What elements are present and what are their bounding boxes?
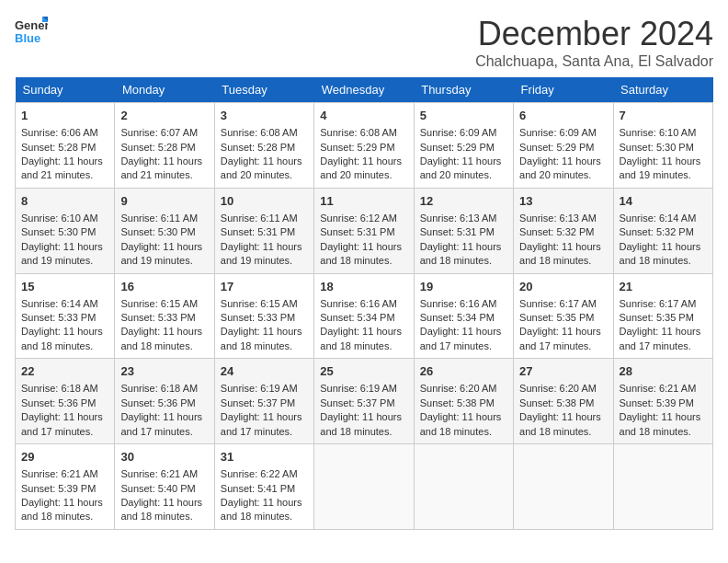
day-cell-24: 24Sunrise: 6:19 AMSunset: 5:37 PMDayligh… xyxy=(214,359,313,444)
day-number: 14 xyxy=(620,193,707,210)
sunrise-label: Sunrise: 6:14 AM xyxy=(21,298,98,309)
daylight-label: Daylight: 11 hours and 18 minutes. xyxy=(221,497,302,522)
day-cell-2: 2Sunrise: 6:07 AMSunset: 5:28 PMDaylight… xyxy=(115,103,214,189)
daylight-label: Daylight: 11 hours and 21 minutes. xyxy=(21,155,103,180)
sunrise-label: Sunrise: 6:09 AM xyxy=(420,127,497,138)
day-number: 7 xyxy=(620,108,707,124)
sunrise-label: Sunrise: 6:13 AM xyxy=(519,213,597,224)
day-cell-15: 15Sunrise: 6:14 AMSunset: 5:33 PMDayligh… xyxy=(16,273,115,359)
daylight-label: Daylight: 11 hours and 17 minutes. xyxy=(620,326,701,350)
sunset-label: Sunset: 5:41 PM xyxy=(221,483,295,494)
day-number: 25 xyxy=(320,363,407,380)
sunset-label: Sunset: 5:33 PM xyxy=(120,312,195,323)
daylight-label: Daylight: 11 hours and 20 minutes. xyxy=(221,155,302,180)
day-number: 12 xyxy=(420,193,507,210)
sunrise-label: Sunrise: 6:10 AM xyxy=(21,213,98,224)
day-cell-16: 16Sunrise: 6:15 AMSunset: 5:33 PMDayligh… xyxy=(115,273,214,359)
sunset-label: Sunset: 5:35 PM xyxy=(620,312,694,323)
day-number: 23 xyxy=(120,363,208,380)
sunrise-label: Sunrise: 6:19 AM xyxy=(320,383,397,394)
daylight-label: Daylight: 11 hours and 17 minutes. xyxy=(420,326,502,350)
day-number: 5 xyxy=(420,108,507,124)
day-cell-28: 28Sunrise: 6:21 AMSunset: 5:39 PMDayligh… xyxy=(613,359,712,444)
day-cell-19: 19Sunrise: 6:16 AMSunset: 5:34 PMDayligh… xyxy=(414,273,513,359)
sunrise-label: Sunrise: 6:17 AM xyxy=(519,298,597,309)
daylight-label: Daylight: 11 hours and 18 minutes. xyxy=(120,497,202,522)
daylight-label: Daylight: 11 hours and 19 minutes. xyxy=(221,241,302,266)
logo: General Blue xyxy=(15,15,48,52)
sunrise-label: Sunrise: 6:13 AM xyxy=(420,213,497,224)
sunrise-label: Sunrise: 6:10 AM xyxy=(620,127,697,138)
sunset-label: Sunset: 5:32 PM xyxy=(620,226,694,237)
sunset-label: Sunset: 5:37 PM xyxy=(221,397,295,408)
title-area: December 2024 Chalchuapa, Santa Ana, El … xyxy=(475,15,713,70)
sunset-label: Sunset: 5:31 PM xyxy=(221,226,295,237)
location-title: Chalchuapa, Santa Ana, El Salvador xyxy=(475,53,713,70)
daylight-label: Daylight: 11 hours and 18 minutes. xyxy=(320,326,402,350)
day-number: 16 xyxy=(120,279,208,295)
day-number: 26 xyxy=(420,363,507,380)
day-cell-30: 30Sunrise: 6:21 AMSunset: 5:40 PMDayligh… xyxy=(115,444,214,530)
page-header: General Blue December 2024 Chalchuapa, S… xyxy=(15,15,713,70)
empty-cell xyxy=(314,444,414,530)
daylight-label: Daylight: 11 hours and 20 minutes. xyxy=(519,155,601,180)
day-number: 2 xyxy=(120,108,208,124)
day-number: 6 xyxy=(519,108,607,124)
day-cell-11: 11Sunrise: 6:12 AMSunset: 5:31 PMDayligh… xyxy=(314,188,414,273)
day-cell-29: 29Sunrise: 6:21 AMSunset: 5:39 PMDayligh… xyxy=(16,444,115,530)
empty-cell xyxy=(414,444,513,530)
sunrise-label: Sunrise: 6:21 AM xyxy=(620,383,697,394)
daylight-label: Daylight: 11 hours and 18 minutes. xyxy=(120,326,202,350)
sunrise-label: Sunrise: 6:16 AM xyxy=(320,298,397,309)
day-cell-27: 27Sunrise: 6:20 AMSunset: 5:38 PMDayligh… xyxy=(514,359,613,444)
sunrise-label: Sunrise: 6:08 AM xyxy=(320,127,397,138)
day-number: 24 xyxy=(221,363,308,380)
daylight-label: Daylight: 11 hours and 20 minutes. xyxy=(420,155,502,180)
sunset-label: Sunset: 5:35 PM xyxy=(519,312,594,323)
daylight-label: Daylight: 11 hours and 18 minutes. xyxy=(420,241,502,266)
weekday-header-row: SundayMondayTuesdayWednesdayThursdayFrid… xyxy=(16,77,713,103)
sunset-label: Sunset: 5:28 PM xyxy=(21,142,96,153)
sunset-label: Sunset: 5:31 PM xyxy=(320,226,394,237)
day-number: 19 xyxy=(420,279,507,295)
day-cell-26: 26Sunrise: 6:20 AMSunset: 5:38 PMDayligh… xyxy=(414,359,513,444)
weekday-header-sunday: Sunday xyxy=(16,77,115,103)
daylight-label: Daylight: 11 hours and 19 minutes. xyxy=(620,155,701,180)
calendar-table: SundayMondayTuesdayWednesdayThursdayFrid… xyxy=(15,77,713,530)
day-cell-17: 17Sunrise: 6:15 AMSunset: 5:33 PMDayligh… xyxy=(214,273,313,359)
daylight-label: Daylight: 11 hours and 18 minutes. xyxy=(320,411,402,436)
daylight-label: Daylight: 11 hours and 18 minutes. xyxy=(21,326,103,350)
sunrise-label: Sunrise: 6:15 AM xyxy=(120,298,198,309)
sunrise-label: Sunrise: 6:19 AM xyxy=(221,383,298,394)
day-cell-25: 25Sunrise: 6:19 AMSunset: 5:37 PMDayligh… xyxy=(314,359,414,444)
sunset-label: Sunset: 5:39 PM xyxy=(620,397,694,408)
sunset-label: Sunset: 5:28 PM xyxy=(120,142,195,153)
sunset-label: Sunset: 5:33 PM xyxy=(221,312,295,323)
empty-cell xyxy=(613,444,712,530)
daylight-label: Daylight: 11 hours and 18 minutes. xyxy=(620,411,701,436)
sunset-label: Sunset: 5:34 PM xyxy=(320,312,394,323)
daylight-label: Daylight: 11 hours and 18 minutes. xyxy=(221,326,302,350)
day-cell-4: 4Sunrise: 6:08 AMSunset: 5:29 PMDaylight… xyxy=(314,103,414,189)
sunset-label: Sunset: 5:33 PM xyxy=(21,312,96,323)
weekday-header-thursday: Thursday xyxy=(414,77,513,103)
sunset-label: Sunset: 5:29 PM xyxy=(420,142,495,153)
day-number: 13 xyxy=(519,193,607,210)
day-number: 31 xyxy=(221,449,308,465)
day-number: 10 xyxy=(221,193,308,210)
sunrise-label: Sunrise: 6:17 AM xyxy=(620,298,697,309)
day-number: 28 xyxy=(620,363,707,380)
daylight-label: Daylight: 11 hours and 19 minutes. xyxy=(120,241,202,266)
sunrise-label: Sunrise: 6:21 AM xyxy=(21,468,98,479)
sunrise-label: Sunrise: 6:11 AM xyxy=(221,213,298,224)
daylight-label: Daylight: 11 hours and 18 minutes. xyxy=(21,497,103,522)
svg-text:Blue: Blue xyxy=(15,31,40,45)
daylight-label: Daylight: 11 hours and 21 minutes. xyxy=(120,155,202,180)
daylight-label: Daylight: 11 hours and 17 minutes. xyxy=(221,411,302,436)
month-title: December 2024 xyxy=(475,15,713,53)
sunrise-label: Sunrise: 6:11 AM xyxy=(120,213,198,224)
sunrise-label: Sunrise: 6:09 AM xyxy=(519,127,597,138)
day-cell-6: 6Sunrise: 6:09 AMSunset: 5:29 PMDaylight… xyxy=(514,103,613,189)
day-number: 15 xyxy=(21,279,108,295)
day-cell-5: 5Sunrise: 6:09 AMSunset: 5:29 PMDaylight… xyxy=(414,103,513,189)
